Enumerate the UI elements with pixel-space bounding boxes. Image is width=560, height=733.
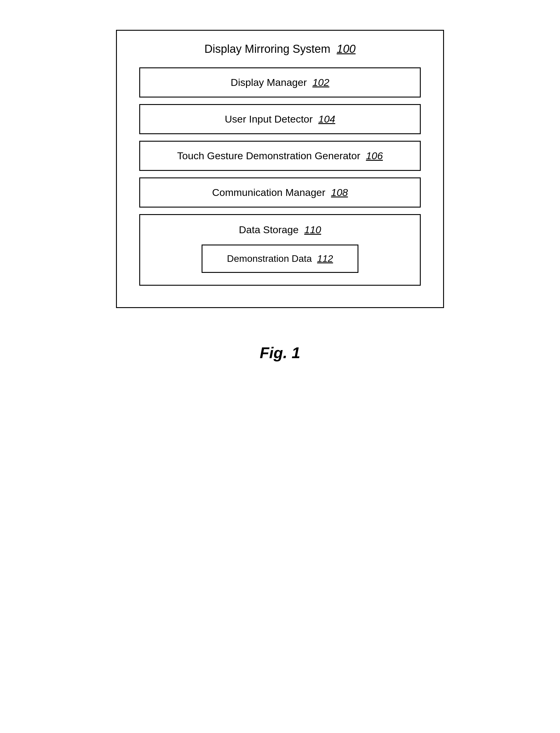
component-user-input-detector: User Input Detector 104 bbox=[139, 104, 421, 134]
component-display-manager: Display Manager 102 bbox=[139, 67, 421, 98]
data-storage-title-num: 110 bbox=[304, 224, 321, 235]
data-storage-title: Data Storage 110 bbox=[239, 224, 321, 236]
demonstration-data-label: Demonstration Data bbox=[227, 253, 312, 264]
demonstration-data-num: 112 bbox=[317, 253, 333, 264]
component-communication-manager-num: 108 bbox=[331, 187, 348, 198]
component-touch-gesture-label: Touch Gesture Demonstration Generator bbox=[177, 150, 360, 161]
component-display-manager-num: 102 bbox=[313, 77, 329, 88]
component-touch-gesture-num: 106 bbox=[366, 150, 383, 161]
component-user-input-detector-num: 104 bbox=[318, 113, 335, 125]
diagram-title-num: 100 bbox=[337, 43, 355, 55]
component-touch-gesture: Touch Gesture Demonstration Generator 10… bbox=[139, 141, 421, 171]
demonstration-data-box: Demonstration Data 112 bbox=[202, 245, 359, 273]
diagram-title-text: Display Mirroring System bbox=[205, 43, 330, 55]
component-user-input-detector-label: User Input Detector bbox=[225, 113, 313, 125]
component-communication-manager-label: Communication Manager bbox=[212, 187, 325, 198]
component-communication-manager: Communication Manager 108 bbox=[139, 177, 421, 208]
diagram-title: Display Mirroring System 100 bbox=[205, 43, 356, 55]
component-display-manager-label: Display Manager bbox=[231, 77, 307, 88]
data-storage-title-text: Data Storage bbox=[239, 224, 298, 235]
diagram-container: Display Mirroring System 100 Display Man… bbox=[116, 30, 444, 308]
figure-label: Fig. 1 bbox=[260, 344, 300, 362]
data-storage-container: Data Storage 110 Demonstration Data 112 bbox=[139, 214, 421, 286]
